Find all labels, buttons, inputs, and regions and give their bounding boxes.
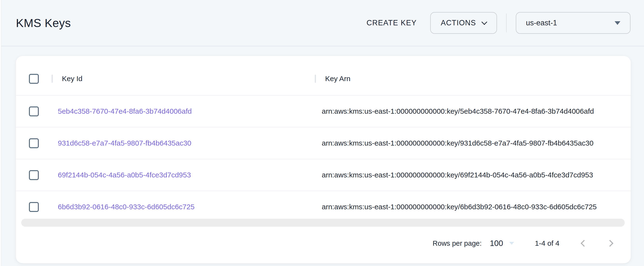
column-separator — [52, 75, 53, 83]
key-arn-cell: arn:aws:kms:us-east-1:000000000000:key/6… — [315, 203, 631, 211]
main-content: Key Id Key Arn 5eb4c358-7670-47e4-8fa6-3… — [0, 46, 644, 263]
key-id-cell: 6b6d3b92-0616-48c0-933c-6d605dc6c725 — [52, 203, 315, 211]
row-checkbox[interactable] — [29, 202, 39, 212]
header-actions: CREATE KEY ACTIONS us-east-1 — [361, 12, 630, 34]
chevron-down-icon — [481, 19, 487, 25]
table-header-row: Key Id Key Arn — [16, 62, 631, 96]
caret-down-icon — [509, 242, 514, 245]
key-id-cell: 931d6c58-e7a7-4fa5-9807-fb4b6435ac30 — [52, 139, 315, 147]
kms-keys-card: Key Id Key Arn 5eb4c358-7670-47e4-8fa6-3… — [16, 56, 631, 263]
chevron-left-icon — [580, 240, 587, 247]
column-header-key-arn[interactable]: Key Arn — [315, 62, 631, 95]
chevron-right-icon — [607, 240, 614, 247]
region-select-value: us-east-1 — [526, 19, 557, 27]
rows-per-page-select[interactable]: 100 — [490, 239, 514, 248]
create-key-button[interactable]: CREATE KEY — [361, 14, 422, 32]
page-range-label: 1-4 of 4 — [535, 239, 560, 247]
key-arn-cell: arn:aws:kms:us-east-1:000000000000:key/9… — [315, 139, 631, 147]
caret-down-icon — [614, 21, 620, 25]
row-checkbox-cell — [16, 202, 52, 212]
rows-per-page-value: 100 — [490, 239, 503, 248]
page-title: KMS Keys — [16, 17, 71, 30]
key-id-link[interactable]: 5eb4c358-7670-47e4-8fa6-3b74d4006afd — [58, 107, 192, 115]
key-id-link[interactable]: 931d6c58-e7a7-4fa5-9807-fb4b6435ac30 — [58, 139, 191, 147]
row-checkbox-cell — [16, 138, 52, 148]
table-row: 69f2144b-054c-4a56-a0b5-4fce3d7cd953 arn… — [16, 159, 631, 191]
key-arn-cell: arn:aws:kms:us-east-1:000000000000:key/6… — [315, 171, 631, 179]
row-checkbox-cell — [16, 170, 52, 180]
actions-button-label: ACTIONS — [441, 19, 476, 27]
horizontal-scrollbar[interactable] — [21, 219, 625, 227]
key-id-link[interactable]: 69f2144b-054c-4a56-a0b5-4fce3d7cd953 — [58, 171, 191, 179]
header-divider — [506, 14, 506, 32]
page-header: KMS Keys CREATE KEY ACTIONS us-east-1 — [0, 0, 644, 46]
select-all-cell — [16, 74, 52, 84]
column-header-key-id[interactable]: Key Id — [52, 62, 315, 95]
row-checkbox-cell — [16, 106, 52, 116]
sidebar-edge — [0, 0, 1, 266]
row-checkbox[interactable] — [29, 106, 39, 116]
previous-page-button[interactable] — [579, 239, 587, 248]
actions-button[interactable]: ACTIONS — [430, 12, 497, 34]
table-row: 6b6d3b92-0616-48c0-933c-6d605dc6c725 arn… — [16, 191, 631, 219]
column-label-key-arn: Key Arn — [325, 75, 350, 83]
region-select[interactable]: us-east-1 — [516, 12, 630, 34]
table-body: 5eb4c358-7670-47e4-8fa6-3b74d4006afd arn… — [16, 96, 631, 219]
next-page-button[interactable] — [607, 239, 615, 248]
table-row: 931d6c58-e7a7-4fa5-9807-fb4b6435ac30 arn… — [16, 127, 631, 159]
key-id-cell: 5eb4c358-7670-47e4-8fa6-3b74d4006afd — [52, 107, 315, 115]
key-arn-cell: arn:aws:kms:us-east-1:000000000000:key/5… — [315, 107, 631, 115]
table-row: 5eb4c358-7670-47e4-8fa6-3b74d4006afd arn… — [16, 96, 631, 127]
column-separator — [315, 75, 316, 83]
rows-per-page-label: Rows per page: — [433, 239, 482, 247]
key-id-cell: 69f2144b-054c-4a56-a0b5-4fce3d7cd953 — [52, 171, 315, 179]
row-checkbox[interactable] — [29, 138, 39, 148]
pagination-footer: Rows per page: 100 1-4 of 4 — [16, 227, 631, 263]
select-all-checkbox[interactable] — [29, 74, 39, 84]
row-checkbox[interactable] — [29, 170, 39, 180]
key-id-link[interactable]: 6b6d3b92-0616-48c0-933c-6d605dc6c725 — [58, 203, 194, 211]
column-label-key-id: Key Id — [62, 75, 82, 83]
